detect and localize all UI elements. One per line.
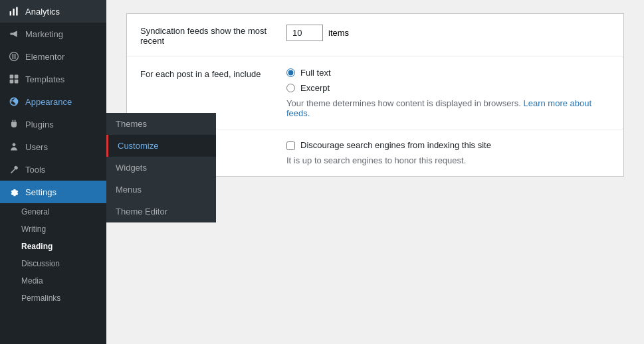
feed-include-label: For each post in a feed, include	[140, 68, 273, 79]
svg-rect-0	[10, 11, 11, 15]
megaphone-icon	[8, 28, 20, 40]
sidebar-item-appearance-label: Appearance	[25, 97, 72, 107]
radio-full-text-input[interactable]	[286, 68, 295, 77]
syndication-label: Syndication feeds show the most recent	[140, 25, 273, 46]
svg-rect-9	[15, 80, 19, 84]
svg-rect-10	[13, 120, 14, 122]
sidebar-item-settings-label: Settings	[25, 187, 56, 197]
sidebar-item-templates-label: Templates	[25, 74, 64, 84]
radio-full-text[interactable]: Full text	[286, 68, 610, 78]
appearance-dropdown-menus[interactable]: Menus	[106, 179, 216, 201]
appearance-dropdown-widgets[interactable]: Widgets	[106, 157, 216, 179]
chart-icon	[8, 5, 20, 17]
search-engines-checkbox[interactable]	[286, 141, 295, 150]
appearance-icon	[8, 96, 20, 108]
users-icon	[8, 141, 20, 153]
appearance-dropdown-theme-editor[interactable]: Theme Editor	[106, 201, 216, 222]
feed-radio-group: Full text Excerpt	[286, 68, 610, 93]
sidebar-item-plugins[interactable]: Plugins	[0, 113, 106, 135]
svg-rect-7	[15, 75, 19, 79]
sidebar-item-users-label: Users	[25, 142, 48, 152]
sidebar-item-analytics[interactable]: Analytics	[0, 0, 106, 23]
svg-rect-5	[15, 54, 16, 59]
radio-excerpt-label: Excerpt	[300, 83, 330, 93]
settings-icon	[8, 186, 20, 198]
svg-rect-4	[13, 54, 14, 59]
syndication-row: Syndication feeds show the most recent i…	[127, 14, 623, 57]
svg-rect-2	[16, 7, 17, 16]
sub-item-media[interactable]: Media	[0, 272, 106, 290]
feed-desc: Your theme determines how content is dis…	[286, 98, 610, 118]
appearance-dropdown: Themes Customize Widgets Menus Theme Edi…	[106, 113, 216, 222]
elementor-icon	[8, 50, 20, 62]
settings-submenu: General Writing Reading Discussion Media…	[0, 203, 106, 307]
sub-item-writing[interactable]: Writing	[0, 220, 106, 238]
svg-rect-1	[13, 9, 14, 15]
sidebar-item-marketing-label: Marketing	[25, 29, 63, 39]
radio-excerpt[interactable]: Excerpt	[286, 83, 610, 93]
search-engines-control: Discourage search engines from indexing …	[286, 140, 610, 165]
sub-item-discussion[interactable]: Discussion	[0, 255, 106, 272]
syndication-count-input[interactable]	[286, 25, 323, 41]
appearance-dropdown-customize[interactable]: Customize	[106, 135, 216, 157]
sidebar-item-tools[interactable]: Tools	[0, 158, 106, 181]
sub-item-reading[interactable]: Reading	[0, 238, 106, 255]
sidebar-item-settings[interactable]: Settings	[0, 181, 106, 203]
sidebar-item-marketing[interactable]: Marketing	[0, 23, 106, 45]
syndication-suffix: items	[328, 28, 349, 38]
search-engines-checkbox-label[interactable]: Discourage search engines from indexing …	[300, 140, 491, 150]
sidebar-item-tools-label: Tools	[25, 165, 45, 175]
sub-item-general[interactable]: General	[0, 203, 106, 220]
svg-point-12	[13, 143, 16, 146]
sidebar-item-templates[interactable]: Templates	[0, 68, 106, 90]
radio-full-text-label: Full text	[300, 68, 331, 78]
feed-include-control: Full text Excerpt Your theme determines …	[286, 68, 610, 118]
radio-excerpt-input[interactable]	[286, 84, 295, 92]
search-engines-desc: It is up to search engines to honor this…	[286, 155, 610, 165]
plugins-icon	[8, 118, 20, 130]
sidebar-item-appearance[interactable]: Appearance	[0, 90, 106, 113]
sub-item-permalinks[interactable]: Permalinks	[0, 290, 106, 307]
svg-rect-11	[15, 120, 16, 122]
tools-icon	[8, 163, 20, 175]
search-engines-checkbox-row: Discourage search engines from indexing …	[286, 140, 610, 150]
syndication-control: items	[286, 25, 610, 41]
sidebar-item-elementor-label: Elementor	[25, 52, 64, 62]
svg-point-3	[10, 52, 19, 61]
sidebar-item-elementor[interactable]: Elementor	[0, 45, 106, 68]
sidebar-item-analytics-label: Analytics	[25, 7, 60, 17]
sidebar: Analytics Marketing Elementor Templates …	[0, 0, 106, 344]
svg-rect-6	[10, 75, 14, 79]
syndication-input-group: items	[286, 25, 610, 41]
appearance-dropdown-themes[interactable]: Themes	[106, 113, 216, 135]
svg-rect-8	[10, 80, 14, 84]
templates-icon	[8, 73, 20, 85]
sidebar-item-plugins-label: Plugins	[25, 120, 54, 129]
sidebar-item-users[interactable]: Users	[0, 135, 106, 158]
